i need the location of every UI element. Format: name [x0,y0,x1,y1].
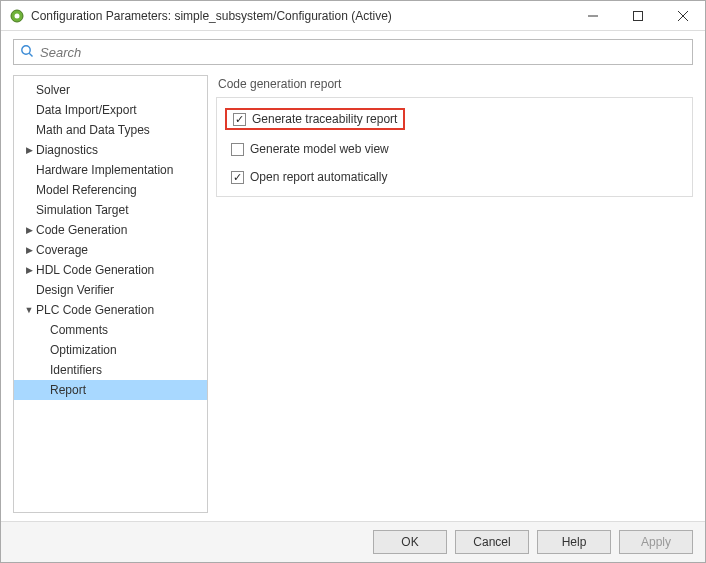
tree-item[interactable]: Identifiers [14,360,207,380]
caret-down-icon[interactable]: ▼ [24,305,34,315]
window-controls [570,1,705,30]
tree-item[interactable]: Solver [14,80,207,100]
tree-item[interactable]: Report [14,380,207,400]
help-button[interactable]: Help [537,530,611,554]
search-box[interactable] [13,39,693,65]
tree-item-label: Comments [48,323,108,337]
option-label: Open report automatically [250,170,387,184]
option-label: Generate model web view [250,142,389,156]
app-icon [9,8,25,24]
tree-item-label: Report [48,383,86,397]
tree-item-label: Solver [34,83,70,97]
close-button[interactable] [660,1,705,30]
tree-item-label: HDL Code Generation [34,263,154,277]
option-row: Open report automatically [227,168,682,186]
minimize-button[interactable] [570,1,615,30]
tree-item[interactable]: ▶HDL Code Generation [14,260,207,280]
content-panel: Code generation report Generate traceabi… [216,75,693,513]
tree-item[interactable]: Math and Data Types [14,120,207,140]
search-icon [20,44,34,61]
tree-item[interactable]: Data Import/Export [14,100,207,120]
tree-item[interactable]: ▼PLC Code Generation [14,300,207,320]
cancel-button[interactable]: Cancel [455,530,529,554]
checkbox[interactable] [231,143,244,156]
window-title: Configuration Parameters: simple_subsyst… [31,9,570,23]
tree-item[interactable]: Model Referencing [14,180,207,200]
nav-tree[interactable]: SolverData Import/ExportMath and Data Ty… [13,75,208,513]
svg-line-7 [29,53,32,56]
tree-item-label: Identifiers [48,363,102,377]
main-area: SolverData Import/ExportMath and Data Ty… [1,71,705,521]
checkbox[interactable] [233,113,246,126]
tree-item-label: Coverage [34,243,88,257]
group-title: Code generation report [218,77,693,91]
tree-item-label: Optimization [48,343,117,357]
button-row: OK Cancel Help Apply [1,521,705,562]
tree-item[interactable]: ▶Code Generation [14,220,207,240]
window: Configuration Parameters: simple_subsyst… [0,0,706,563]
tree-item-label: Model Referencing [34,183,137,197]
svg-rect-3 [633,11,642,20]
svg-point-1 [15,13,20,18]
tree-item-label: PLC Code Generation [34,303,154,317]
tree-item-label: Data Import/Export [34,103,137,117]
caret-right-icon[interactable]: ▶ [24,245,34,255]
tree-item-label: Hardware Implementation [34,163,173,177]
tree-item[interactable]: Comments [14,320,207,340]
tree-item[interactable]: Simulation Target [14,200,207,220]
search-input[interactable] [38,44,686,61]
tree-item-label: Code Generation [34,223,127,237]
option-row: Generate model web view [227,140,682,158]
option-row: Generate traceability report [225,108,405,130]
checkbox[interactable] [231,171,244,184]
apply-button[interactable]: Apply [619,530,693,554]
tree-item[interactable]: Optimization [14,340,207,360]
tree-item[interactable]: ▶Coverage [14,240,207,260]
tree-item-label: Diagnostics [34,143,98,157]
tree-item[interactable]: Hardware Implementation [14,160,207,180]
caret-right-icon[interactable]: ▶ [24,265,34,275]
group-box: Generate traceability reportGenerate mod… [216,97,693,197]
option-label: Generate traceability report [252,112,397,126]
search-row [1,31,705,71]
tree-item[interactable]: ▶Diagnostics [14,140,207,160]
maximize-button[interactable] [615,1,660,30]
titlebar: Configuration Parameters: simple_subsyst… [1,1,705,31]
caret-right-icon[interactable]: ▶ [24,145,34,155]
tree-item-label: Math and Data Types [34,123,150,137]
caret-right-icon[interactable]: ▶ [24,225,34,235]
svg-point-6 [22,45,30,53]
ok-button[interactable]: OK [373,530,447,554]
tree-item-label: Simulation Target [34,203,129,217]
tree-item[interactable]: Design Verifier [14,280,207,300]
tree-item-label: Design Verifier [34,283,114,297]
